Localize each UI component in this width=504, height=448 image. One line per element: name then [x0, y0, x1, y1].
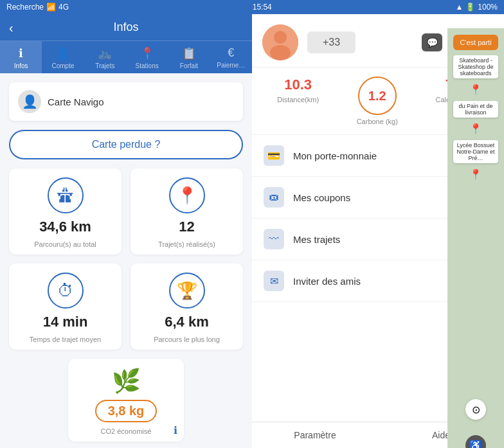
tab-forfait-label: Forfait	[180, 62, 198, 69]
mini-carbone-value: 1.2	[358, 76, 397, 115]
wallet-icon: 💳	[264, 145, 284, 166]
co2-value-wrap: 3,8 kg	[95, 400, 158, 422]
status-left: Recherche 📶 4G	[6, 3, 69, 12]
co2-card: 🌿 3,8 kg CO2 économisé ℹ	[68, 359, 184, 442]
accessibility-button[interactable]: ♿	[465, 435, 486, 448]
tab-compte-label: Compte	[51, 62, 74, 69]
trajets-count-value: 12	[179, 219, 194, 235]
battery-level: 100%	[478, 3, 498, 12]
trajets-menu-label: Mes trajets	[293, 234, 451, 245]
tab-bar: ℹ Infos 👤 Compte 🚲 Trajets 📍 Stations 📋 …	[0, 40, 252, 73]
coupons-icon: 🎟	[264, 187, 284, 208]
trophy-icon: 🏆	[169, 273, 205, 309]
content-area: 👤 Carte Navigo Carte perdue ? 🛣 34,6 km …	[0, 73, 252, 448]
carte-perdue-button[interactable]: Carte perdue ?	[9, 130, 243, 159]
navigo-avatar: 👤	[18, 90, 41, 113]
distance-value: 34,6 km	[39, 219, 91, 235]
map-pin-green: 📍	[469, 123, 482, 135]
status-time: 15:54	[253, 3, 272, 12]
tab-compte[interactable]: 👤 Compte	[42, 41, 84, 73]
mini-stat-distance: 10.3 Distance(km)	[277, 76, 319, 125]
tab-trajets[interactable]: 🚲 Trajets	[84, 41, 126, 73]
trajets-count-icon: 📍	[169, 177, 205, 213]
back-button[interactable]: ‹	[9, 21, 14, 35]
mini-distance-value: 10.3	[284, 76, 312, 93]
svg-point-2	[270, 45, 291, 60]
stat-trajets: 📍 12 Trajet(s) réalisé(s)	[130, 168, 243, 255]
stat-distance: 🛣 34,6 km Parcouru(s) au total	[9, 168, 122, 255]
longest-label: Parcours le plus long	[154, 336, 220, 343]
signal-icon: 📶	[46, 3, 56, 12]
tab-forfait[interactable]: 📋 Forfait	[168, 41, 210, 73]
tab-infos[interactable]: ℹ Infos	[0, 41, 42, 73]
carte-navigo-row: 👤 Carte Navigo	[9, 82, 243, 121]
map-pin-blue: 📍	[469, 84, 482, 96]
compte-icon: 👤	[56, 46, 70, 60]
status-bar: Recherche 📶 4G 15:54 ▲ 🔋 100%	[0, 0, 504, 14]
parametre-button[interactable]: Paramètre	[252, 430, 378, 440]
mini-stat-carbone: 1.2 Carbone (kg)	[357, 76, 398, 125]
map-label-pain: du Pain et de livraison	[453, 101, 498, 118]
time-value: 14 min	[43, 314, 88, 330]
tab-paiement-label: Paieme…	[217, 62, 245, 69]
time-icon: ⏱	[48, 273, 84, 309]
leaf-icon: 🌿	[112, 368, 141, 395]
co2-value: 3,8 kg	[108, 404, 145, 418]
stats-grid: 🛣 34,6 km Parcouru(s) au total 📍 12 Traj…	[9, 168, 243, 350]
carte-navigo-label: Carte Navigo	[48, 96, 104, 107]
app-name: Recherche	[6, 3, 44, 12]
distance-label: Parcouru(s) au total	[34, 240, 96, 248]
stat-longest: 🏆 6,4 km Parcours le plus long	[130, 264, 243, 350]
paiement-icon: €	[228, 46, 234, 60]
user-avatar	[262, 24, 298, 60]
mini-carbone-label: Carbone (kg)	[357, 118, 398, 125]
forfait-icon: 📋	[182, 46, 196, 60]
info-icon[interactable]: ℹ	[174, 424, 177, 436]
map-pin-blue2: 📍	[469, 168, 482, 181]
co2-label: CO2 économisé	[101, 427, 152, 435]
chat-icon[interactable]: 💬	[422, 33, 442, 51]
page-title: Infos	[0, 21, 252, 40]
compass-button[interactable]: ⊙	[465, 399, 486, 420]
stat-time: ⏱ 14 min Temps de trajet moyen	[9, 264, 122, 350]
map-label-lycee: Lycée Bossuet Notre-Dame et Pré…	[453, 140, 498, 163]
status-right: ▲ 🔋 100%	[455, 3, 498, 12]
battery-icon: 🔋	[465, 3, 475, 12]
porte-monnaie-label: Mon porte-monnaie	[293, 150, 444, 161]
trajets-count-label: Trajet(s) réalisé(s)	[158, 240, 215, 248]
longest-value: 6,4 km	[165, 314, 209, 330]
map-label-skateboard: Skateboard - Skateshop de skateboards	[453, 55, 498, 78]
tab-trajets-label: Trajets	[95, 62, 114, 69]
distance-icon: 🛣	[48, 177, 84, 213]
tab-paiement[interactable]: € Paieme…	[210, 41, 252, 73]
tab-infos-label: Infos	[14, 62, 28, 69]
c-est-parti-button[interactable]: C'est parti	[453, 35, 498, 50]
left-panel: ‹ Infos ℹ Infos 👤 Compte 🚲 Trajets 📍 Sta…	[0, 14, 252, 448]
svg-point-1	[274, 31, 287, 44]
trajets-icon: 🚲	[98, 46, 112, 60]
network-type: 4G	[59, 3, 69, 12]
user-phone: +33	[307, 31, 356, 53]
right-panel: 💬 +33 10.3 Distance(km) 1.2 Carbone (kg	[252, 14, 504, 448]
stations-icon: 📍	[140, 46, 154, 60]
app-header: ‹ Infos	[0, 14, 252, 40]
trajets-menu-icon: 〰	[264, 229, 284, 249]
tab-stations-label: Stations	[136, 62, 159, 69]
infos-icon: ℹ	[19, 46, 23, 60]
mini-distance-label: Distance(km)	[277, 96, 319, 103]
time-label: Temps de trajet moyen	[30, 336, 101, 343]
invite-icon: ✉	[264, 271, 284, 291]
tab-stations[interactable]: 📍 Stations	[126, 41, 168, 73]
map-overlay: C'est parti Skateboard - Skateshop de sk…	[447, 28, 504, 448]
location-icon: ▲	[455, 3, 463, 12]
